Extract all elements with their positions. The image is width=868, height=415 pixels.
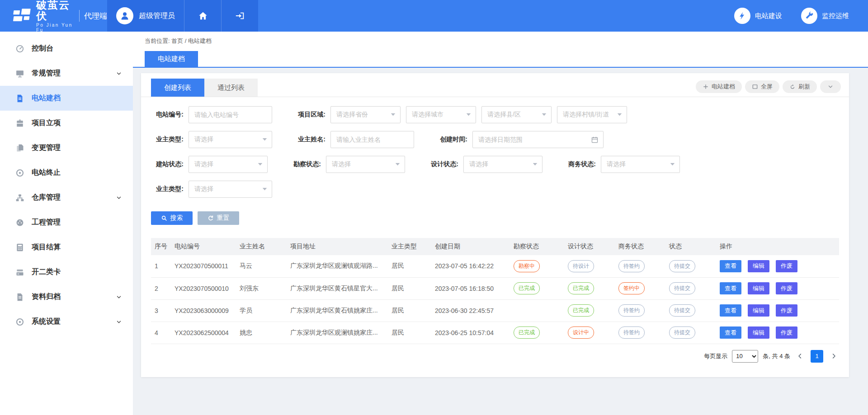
status-badge: 已完成 bbox=[568, 304, 594, 317]
tab-1[interactable]: 创建列表 bbox=[151, 79, 204, 97]
sidebar-item-5[interactable]: 变更管理 bbox=[0, 135, 133, 160]
sidebar-item-1[interactable]: 控制台 bbox=[0, 36, 133, 61]
sidebar-item-9[interactable]: 项目结算 bbox=[0, 235, 133, 260]
void-button[interactable]: 作废 bbox=[776, 282, 797, 294]
edit-button[interactable]: 编辑 bbox=[748, 304, 769, 317]
select-placeholder: 请选择 bbox=[194, 160, 213, 168]
filter-select[interactable]: 请选择省份 bbox=[330, 106, 401, 123]
quick-link-1[interactable]: 电站建设 bbox=[734, 8, 782, 24]
date-range-picker[interactable] bbox=[472, 131, 604, 148]
quick-link-2[interactable]: 监控运维 bbox=[801, 8, 849, 24]
avatar bbox=[116, 7, 133, 24]
filter-select[interactable]: 请选择 bbox=[189, 181, 272, 198]
filter-text-input[interactable] bbox=[189, 106, 272, 123]
select-placeholder: 请选择省份 bbox=[336, 111, 368, 119]
status-badge: 待提交 bbox=[669, 282, 695, 294]
filter-select[interactable]: 请选择 bbox=[601, 156, 680, 173]
logout-button[interactable] bbox=[221, 0, 258, 32]
actions-cell: 查看编辑作废 bbox=[716, 277, 839, 299]
toolbar-chevron-down-button[interactable] bbox=[820, 80, 841, 93]
page-number-button[interactable]: 1 bbox=[811, 350, 823, 363]
caret-down-icon bbox=[395, 163, 400, 166]
sidebar-item-4[interactable]: 项目立项 bbox=[0, 111, 133, 135]
select-placeholder: 请选择村镇/街道 bbox=[563, 111, 609, 119]
toolbar-refresh-button[interactable]: 刷新 bbox=[783, 80, 817, 93]
sidebar-item-12[interactable]: 系统设置 bbox=[0, 309, 133, 334]
row-index-cell: 3 bbox=[151, 299, 171, 322]
business-status-cell: 待签约 bbox=[615, 299, 665, 322]
filter-group: 勘察状态:请选择 bbox=[288, 156, 405, 173]
page-tab[interactable]: 电站建档 bbox=[145, 51, 198, 67]
reset-button[interactable]: 重置 bbox=[198, 211, 239, 225]
sidebar-item-label: 变更管理 bbox=[32, 143, 61, 153]
sitemap-icon bbox=[15, 193, 24, 202]
search-icon bbox=[161, 215, 167, 221]
caret-down-icon bbox=[262, 138, 267, 141]
filter-select[interactable]: 请选择城市 bbox=[406, 106, 476, 123]
filter-row-3: 建站状态:请选择勘察状态:请选择设计状态:请选择商务状态:请选择 bbox=[151, 156, 839, 173]
filter-text-input[interactable] bbox=[330, 131, 414, 148]
sidebar-item-label: 系统设置 bbox=[32, 317, 61, 326]
file-icon bbox=[15, 94, 24, 103]
filter-select[interactable]: 请选择 bbox=[326, 156, 405, 173]
void-button[interactable]: 作废 bbox=[776, 326, 797, 339]
project-address-cell: 广东深圳龙华区观澜镇姚家庄... bbox=[287, 322, 388, 344]
edit-button[interactable]: 编辑 bbox=[748, 260, 769, 272]
next-page-button[interactable] bbox=[829, 353, 839, 359]
sidebar-item-8[interactable]: 工程管理 bbox=[0, 210, 133, 235]
view-button[interactable]: 查看 bbox=[720, 304, 741, 317]
per-page-label: 每页显示 bbox=[704, 352, 727, 360]
toolbar-fullscreen-button[interactable]: 全屏 bbox=[745, 80, 779, 93]
status-cell: 待提交 bbox=[665, 255, 716, 277]
sidebar-item-6[interactable]: 电站终止 bbox=[0, 160, 133, 185]
per-page-select[interactable]: 10 bbox=[732, 350, 758, 363]
owner-name-cell: 学员 bbox=[236, 299, 287, 322]
calendar-icon bbox=[591, 136, 599, 144]
view-button[interactable]: 查看 bbox=[720, 260, 741, 272]
header-quick-nav: 电站建设监控运维 bbox=[734, 0, 868, 32]
filter-select[interactable]: 请选择 bbox=[189, 156, 268, 173]
chevron-down-icon bbox=[116, 195, 122, 201]
sidebar-item-3[interactable]: 电站建档 bbox=[0, 86, 133, 111]
view-button[interactable]: 查看 bbox=[720, 282, 741, 294]
calculator-icon bbox=[15, 243, 24, 252]
filter-select[interactable]: 请选择 bbox=[463, 156, 542, 173]
tab-2[interactable]: 通过列表 bbox=[204, 79, 258, 97]
toolbar-plus-button[interactable]: 电站建档 bbox=[696, 80, 742, 93]
status-badge: 待提交 bbox=[669, 260, 695, 272]
project-address-cell: 广东深圳龙华区黄石镇星官大... bbox=[287, 277, 388, 299]
filter-select[interactable]: 请选择 bbox=[189, 131, 272, 148]
filter-group: 电站编号: bbox=[151, 106, 272, 123]
void-button[interactable]: 作废 bbox=[776, 260, 797, 272]
caret-down-icon bbox=[542, 113, 547, 117]
plus-icon bbox=[703, 84, 709, 90]
view-button[interactable]: 查看 bbox=[720, 326, 741, 339]
edit-button[interactable]: 编辑 bbox=[748, 282, 769, 294]
design-status-cell: 已完成 bbox=[564, 299, 615, 322]
sidebar-item-7[interactable]: 仓库管理 bbox=[0, 185, 133, 210]
filter-form: 电站编号:项目区域:请选择省份请选择城市请选择县/区请选择村镇/街道业主类型:请… bbox=[141, 97, 849, 198]
void-button[interactable]: 作废 bbox=[776, 304, 797, 317]
brand-logo: 破茧云伏 Po Jian Yun Fu 代理端 bbox=[0, 0, 107, 32]
status-badge: 待签约 bbox=[618, 260, 645, 272]
prev-page-button[interactable] bbox=[795, 353, 805, 359]
brand-subtitle: Po Jian Yun Fu bbox=[36, 23, 73, 33]
edit-button[interactable]: 编辑 bbox=[748, 326, 769, 339]
survey-status-cell bbox=[510, 299, 564, 322]
pagination: 每页显示 10 条, 共 4 条 1 bbox=[151, 350, 839, 363]
search-button[interactable]: 搜索 bbox=[151, 211, 193, 225]
date-range-input[interactable] bbox=[473, 131, 591, 148]
column-header: 设计状态 bbox=[564, 238, 615, 255]
business-status-cell: 签约中 bbox=[615, 277, 665, 299]
status-badge: 勘察中 bbox=[514, 260, 540, 272]
person-icon bbox=[119, 10, 130, 21]
sidebar-item-11[interactable]: 资料归档 bbox=[0, 284, 133, 309]
filter-select[interactable]: 请选择县/区 bbox=[481, 106, 552, 123]
filter-select[interactable]: 请选择村镇/街道 bbox=[557, 106, 627, 123]
user-menu[interactable]: 超级管理员 bbox=[107, 0, 184, 32]
sidebar-item-10[interactable]: 开二类卡 bbox=[0, 260, 133, 284]
select-placeholder: 请选择城市 bbox=[412, 111, 443, 119]
home-button[interactable] bbox=[184, 0, 221, 32]
sidebar-item-2[interactable]: 常规管理 bbox=[0, 61, 133, 86]
filter-group: 项目区域:请选择省份 bbox=[293, 106, 401, 123]
